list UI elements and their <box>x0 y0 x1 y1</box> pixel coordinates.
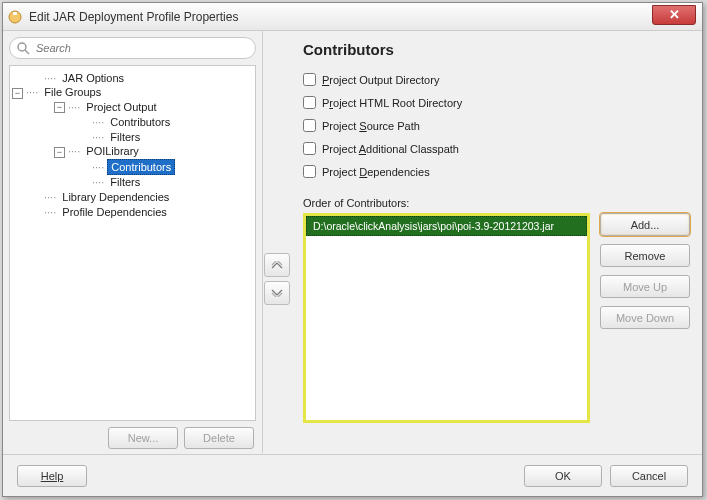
right-panel: Contributors Project Output Directory Pr… <box>291 31 702 453</box>
tree-profile-deps[interactable]: ···· Profile Dependencies <box>12 204 253 219</box>
cancel-button[interactable]: Cancel <box>610 465 688 487</box>
app-icon <box>7 9 23 25</box>
search-wrap <box>9 37 256 59</box>
svg-point-2 <box>18 43 26 51</box>
collapse-icon[interactable]: − <box>54 102 65 113</box>
cb-project-output-dir-input[interactable] <box>303 73 316 86</box>
order-label: Order of Contributors: <box>303 197 690 209</box>
move-panel-down-button[interactable] <box>264 281 290 305</box>
contributors-list[interactable]: D:\oracle\clickAnalysis\jars\poi\poi-3.9… <box>303 213 590 423</box>
dialog-window: Edit JAR Deployment Profile Properties ✕… <box>2 2 703 497</box>
search-icon <box>16 41 30 55</box>
left-panel: ···· JAR Options −···· File Groups −····… <box>3 31 263 453</box>
ok-button[interactable]: OK <box>524 465 602 487</box>
add-button[interactable]: Add... <box>600 213 690 236</box>
svg-line-3 <box>25 50 29 54</box>
panel-title: Contributors <box>303 41 690 58</box>
cb-project-html-root[interactable]: Project HTML Root Directory <box>303 96 690 109</box>
bottom-bar: Help OK Cancel <box>3 454 702 496</box>
delete-button[interactable]: Delete <box>184 427 254 449</box>
tree-lib-deps[interactable]: ···· Library Dependencies <box>12 189 253 204</box>
chevrons-down-icon <box>271 289 283 297</box>
profile-tree[interactable]: ···· JAR Options −···· File Groups −····… <box>9 65 256 421</box>
cb-additional-classpath-input[interactable] <box>303 142 316 155</box>
tree-po-filters[interactable]: ···· Filters <box>12 129 253 144</box>
collapse-icon[interactable]: − <box>12 88 23 99</box>
cb-project-dependencies[interactable]: Project Dependencies <box>303 165 690 178</box>
tree-file-groups[interactable]: −···· File Groups <box>12 85 253 100</box>
move-panel-up-button[interactable] <box>264 253 290 277</box>
move-down-button[interactable]: Move Down <box>600 306 690 329</box>
move-up-button[interactable]: Move Up <box>600 275 690 298</box>
tree-poi-contributors[interactable]: ···· Contributors <box>12 159 253 174</box>
list-item[interactable]: D:\oracle\clickAnalysis\jars\poi\poi-3.9… <box>306 216 587 236</box>
cb-project-output-dir[interactable]: Project Output Directory <box>303 73 690 86</box>
dialog-title: Edit JAR Deployment Profile Properties <box>29 10 238 24</box>
remove-button[interactable]: Remove <box>600 244 690 267</box>
collapse-icon[interactable]: − <box>54 147 65 158</box>
cb-additional-classpath[interactable]: Project Additional Classpath <box>303 142 690 155</box>
chevrons-up-icon <box>271 261 283 269</box>
new-button[interactable]: New... <box>108 427 178 449</box>
tree-poilibrary[interactable]: −···· POILibrary <box>12 144 253 159</box>
cb-project-dependencies-input[interactable] <box>303 165 316 178</box>
tree-po-contributors[interactable]: ···· Contributors <box>12 114 253 129</box>
tree-poi-filters[interactable]: ···· Filters <box>12 174 253 189</box>
svg-rect-1 <box>13 12 17 15</box>
panel-arrows <box>263 31 291 453</box>
cb-project-html-root-input[interactable] <box>303 96 316 109</box>
left-buttons: New... Delete <box>9 421 256 449</box>
close-button[interactable]: ✕ <box>652 5 696 25</box>
tree-jar-options[interactable]: ···· JAR Options <box>12 70 253 85</box>
help-button[interactable]: Help <box>17 465 87 487</box>
titlebar[interactable]: Edit JAR Deployment Profile Properties ✕ <box>3 3 702 31</box>
order-section: D:\oracle\clickAnalysis\jars\poi\poi-3.9… <box>303 213 690 447</box>
dialog-body: ···· JAR Options −···· File Groups −····… <box>3 31 702 453</box>
cb-project-source-path-input[interactable] <box>303 119 316 132</box>
tree-project-output[interactable]: −···· Project Output <box>12 100 253 115</box>
search-input[interactable] <box>9 37 256 59</box>
cb-project-source-path[interactable]: Project Source Path <box>303 119 690 132</box>
list-buttons: Add... Remove Move Up Move Down <box>600 213 690 447</box>
